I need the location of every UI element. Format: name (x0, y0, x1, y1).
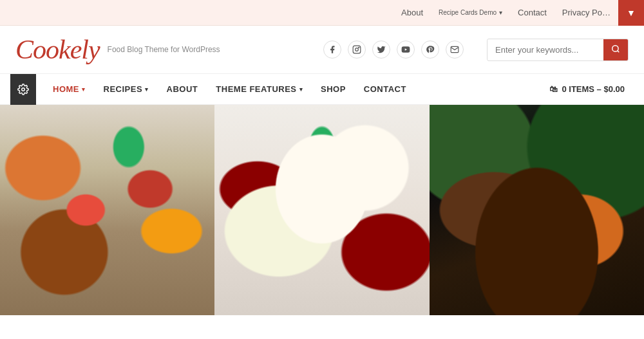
food-image-bruschetta[interactable] (0, 105, 214, 315)
facebook-icon[interactable] (323, 41, 341, 59)
nav-bar: HOME ▾ RECIPES ▾ ABOUT THEME FEATURES ▾ … (0, 74, 644, 105)
search-button[interactable] (603, 39, 628, 60)
topnav-recipe-cards[interactable]: Recipe Cards Demo ▾ (431, 0, 510, 26)
svg-point-6 (22, 87, 25, 91)
svg-line-5 (618, 50, 620, 52)
top-bar: About Recipe Cards Demo ▾ Contact Privac… (0, 0, 644, 26)
top-bar-links: About Recipe Cards Demo ▾ Contact Privac… (393, 0, 618, 26)
nav-theme-features[interactable]: THEME FEATURES ▾ (207, 74, 312, 105)
social-icons (323, 41, 464, 59)
logo-area: Cookely Food Blog Theme for WordPress (15, 36, 220, 63)
cart-label: 0 ITEMS – $0.00 (562, 84, 625, 94)
nav-home[interactable]: HOME ▾ (44, 74, 95, 105)
svg-point-2 (359, 47, 359, 48)
nav-about[interactable]: ABOUT (158, 74, 207, 105)
instagram-icon[interactable] (348, 41, 366, 59)
chevron-down-icon: ▾ (499, 0, 502, 26)
chevron-down-icon: ▾ (299, 86, 303, 93)
svg-point-4 (612, 45, 618, 51)
youtube-icon[interactable] (397, 41, 415, 59)
email-icon[interactable] (446, 41, 464, 59)
pinterest-icon[interactable] (421, 41, 439, 59)
chevron-down-icon: ▾ (145, 86, 149, 93)
food-image-pancakes[interactable] (430, 105, 644, 315)
site-logo[interactable]: Cookely (15, 36, 100, 63)
topnav-privacy[interactable]: Privacy Po… (554, 0, 618, 26)
cart-button[interactable]: 🛍 0 ITEMS – $0.00 (540, 84, 634, 94)
search-input[interactable] (488, 40, 603, 60)
nav-contact[interactable]: CONTACT (355, 74, 415, 105)
topnav-about[interactable]: About (393, 0, 431, 26)
svg-point-1 (355, 48, 359, 51)
nav-recipes[interactable]: RECIPES ▾ (95, 74, 158, 105)
food-image-pasta[interactable] (214, 105, 429, 315)
nav-links: HOME ▾ RECIPES ▾ ABOUT THEME FEATURES ▾ … (44, 74, 540, 105)
site-tagline: Food Blog Theme for WordPress (108, 45, 220, 54)
twitter-icon[interactable] (372, 41, 390, 59)
search-box (487, 39, 629, 61)
image-grid (0, 105, 644, 315)
nav-shop[interactable]: SHOP (312, 74, 355, 105)
cart-icon: 🛍 (549, 84, 558, 94)
header: Cookely Food Blog Theme for WordPress (0, 26, 644, 74)
topnav-contact[interactable]: Contact (510, 0, 554, 26)
settings-button[interactable] (10, 74, 36, 105)
chevron-down-icon: ▾ (82, 86, 86, 93)
top-corner-button[interactable]: ▼ (618, 0, 644, 26)
svg-rect-0 (353, 46, 361, 53)
